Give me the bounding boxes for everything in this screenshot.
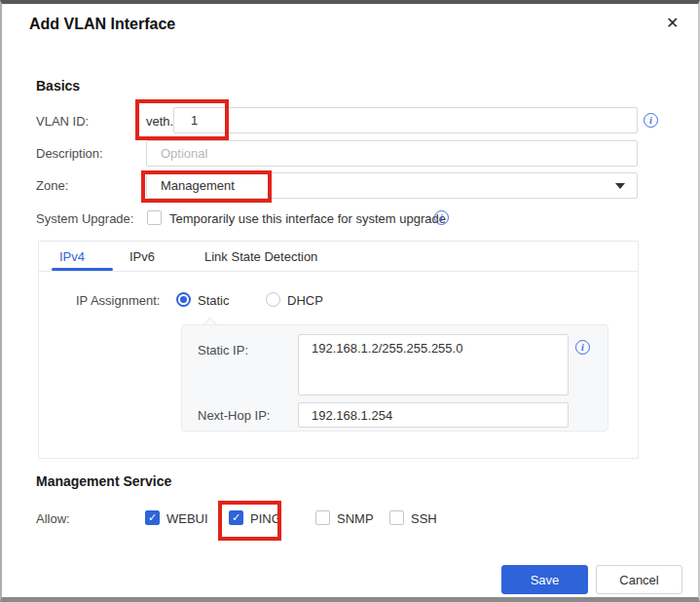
static-ip-value: 192.168.1.2/255.255.255.0 — [312, 341, 462, 356]
checkbox-webui[interactable]: ✓ — [145, 510, 160, 525]
tab-ipv6[interactable]: IPv6 — [129, 249, 155, 264]
vlan-id-prefix: veth. — [146, 114, 173, 129]
tab-ipv4[interactable]: IPv4 — [59, 249, 85, 264]
checkbox-snmp-label: SNMP — [337, 511, 374, 526]
radio-static[interactable] — [176, 292, 191, 307]
vlan-id-label: VLAN ID: — [36, 114, 89, 129]
static-config-subpanel: Static IP: 192.168.1.2/255.255.255.0 Nex… — [181, 324, 608, 432]
zone-label: Zone: — [36, 178, 68, 193]
checkbox-ssh-label: SSH — [411, 511, 437, 526]
next-hop-input[interactable]: 192.168.1.254 — [298, 402, 569, 428]
checkbox-webui-label: WEBUI — [166, 511, 208, 526]
system-upgrade-checkbox[interactable] — [147, 210, 162, 225]
info-glyph: i — [440, 212, 443, 223]
static-ip-info-icon[interactable]: i — [575, 340, 590, 355]
description-input[interactable]: Optional — [146, 140, 638, 167]
dialog-title: Add VLAN Interface — [29, 16, 175, 33]
tab-link-state-detection[interactable]: Link State Detection — [204, 249, 317, 264]
checkbox-ping-label: PING — [250, 511, 281, 526]
cancel-button[interactable]: Cancel — [596, 565, 682, 594]
checkbox-ssh[interactable] — [389, 510, 404, 525]
add-vlan-interface-dialog: Add VLAN Interface ✕ Basics VLAN ID: vet… — [0, 0, 700, 602]
active-tab-underline — [52, 268, 113, 271]
tab-bar: IPv4 IPv6 Link State Detection — [39, 242, 638, 272]
close-icon[interactable]: ✕ — [666, 16, 679, 31]
system-upgrade-label: System Upgrade: — [36, 211, 133, 226]
save-button[interactable]: Save — [501, 565, 588, 594]
basics-section-title: Basics — [36, 78, 80, 94]
system-upgrade-checkbox-label: Temporarily use this interface for syste… — [169, 211, 446, 226]
vlan-id-info-icon[interactable]: i — [644, 113, 658, 128]
static-ip-label: Static IP: — [198, 343, 248, 357]
vlan-id-input[interactable]: 1 — [173, 107, 638, 133]
next-hop-label: Next-Hop IP: — [198, 408, 270, 423]
description-placeholder: Optional — [161, 146, 207, 161]
radio-dhcp[interactable] — [266, 292, 280, 307]
radio-static-label: Static — [198, 293, 230, 308]
static-ip-textarea[interactable]: 192.168.1.2/255.255.255.0 — [298, 334, 569, 395]
chevron-down-icon — [615, 183, 625, 189]
info-glyph: i — [581, 342, 584, 353]
zone-select[interactable]: Management — [146, 172, 638, 199]
system-upgrade-info-icon[interactable]: i — [434, 210, 449, 225]
allow-label: Allow: — [36, 511, 70, 526]
checkbox-ping[interactable]: ✓ — [229, 510, 243, 525]
info-glyph: i — [649, 115, 652, 126]
vlan-id-value: 1 — [191, 113, 198, 128]
radio-dot — [180, 296, 187, 303]
next-hop-value: 192.168.1.254 — [312, 408, 392, 423]
zone-value: Management — [161, 178, 235, 193]
radio-dhcp-label: DHCP — [287, 293, 323, 308]
ip-assignment-label: IP Assignment: — [76, 293, 160, 308]
description-label: Description: — [36, 146, 103, 161]
management-service-section-title: Management Service — [36, 473, 171, 489]
checkbox-snmp[interactable] — [315, 510, 330, 525]
ip-settings-panel: IPv4 IPv6 Link State Detection IP Assign… — [38, 241, 639, 459]
